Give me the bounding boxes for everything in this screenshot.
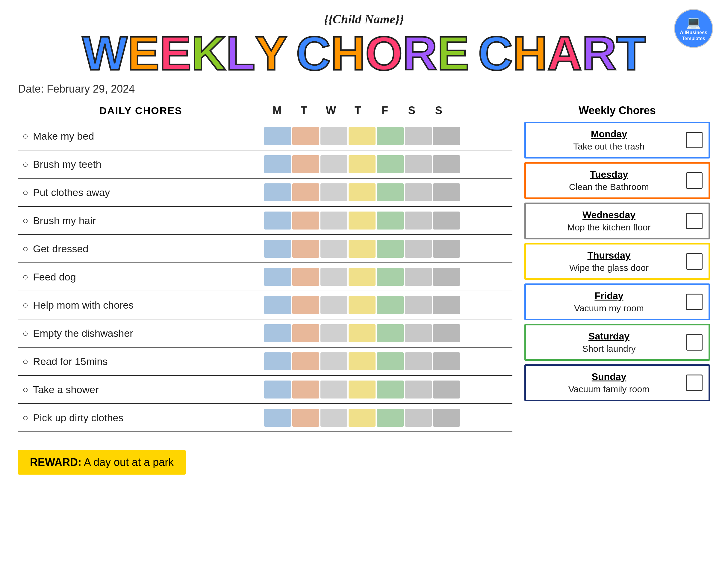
cell-saturday[interactable]: [405, 240, 432, 258]
title-letter-y: Y: [255, 29, 287, 77]
cell-friday[interactable]: [377, 324, 404, 342]
cell-thursday[interactable]: [349, 324, 376, 342]
cell-thursday[interactable]: [349, 240, 376, 258]
cell-friday[interactable]: [377, 409, 404, 427]
cell-saturday[interactable]: [405, 211, 432, 229]
cell-sunday[interactable]: [433, 296, 460, 314]
cell-tuesday[interactable]: [292, 296, 319, 314]
cell-thursday[interactable]: [349, 296, 376, 314]
cell-sunday[interactable]: [433, 409, 460, 427]
cell-monday[interactable]: [264, 211, 291, 229]
cell-monday[interactable]: [264, 268, 291, 286]
cell-thursday[interactable]: [349, 183, 376, 201]
cell-friday[interactable]: [377, 155, 404, 173]
cell-monday[interactable]: [264, 127, 291, 145]
cell-monday[interactable]: [264, 381, 291, 399]
cell-tuesday[interactable]: [292, 268, 319, 286]
cell-monday[interactable]: [264, 352, 291, 370]
chore-label: Take a shower: [33, 384, 264, 396]
cell-sunday[interactable]: [433, 211, 460, 229]
cell-sunday[interactable]: [433, 155, 460, 173]
cell-tuesday[interactable]: [292, 183, 319, 201]
cell-tuesday[interactable]: [292, 324, 319, 342]
weekly-chore-text: Friday Vacuum my room: [532, 291, 686, 314]
cell-wednesday[interactable]: [320, 127, 347, 145]
cell-wednesday[interactable]: [320, 183, 347, 201]
cell-friday[interactable]: [377, 240, 404, 258]
cell-sunday[interactable]: [433, 240, 460, 258]
cell-saturday[interactable]: [405, 409, 432, 427]
weekly-checkbox[interactable]: [686, 294, 703, 310]
cell-wednesday[interactable]: [320, 324, 347, 342]
cell-saturday[interactable]: [405, 296, 432, 314]
cell-thursday[interactable]: [349, 127, 376, 145]
weekly-chore-text: Monday Take out the trash: [532, 128, 686, 152]
cell-monday[interactable]: [264, 155, 291, 173]
cell-monday[interactable]: [264, 296, 291, 314]
weekly-checkbox[interactable]: [686, 213, 703, 229]
cell-saturday[interactable]: [405, 268, 432, 286]
cell-thursday[interactable]: [349, 381, 376, 399]
cell-monday[interactable]: [264, 240, 291, 258]
cell-saturday[interactable]: [405, 127, 432, 145]
title-letter-e2: E: [159, 29, 191, 77]
chore-row: ○ Make my bed: [18, 122, 512, 150]
main-layout: DAILY CHORES M T W T F S S ○ Make my bed: [18, 104, 710, 475]
weekly-checkbox[interactable]: [686, 253, 703, 270]
cell-sunday[interactable]: [433, 324, 460, 342]
chore-label: Read for 15mins: [33, 356, 264, 367]
cell-wednesday[interactable]: [320, 211, 347, 229]
cell-saturday[interactable]: [405, 324, 432, 342]
cell-thursday[interactable]: [349, 409, 376, 427]
cell-friday[interactable]: [377, 268, 404, 286]
cell-wednesday[interactable]: [320, 240, 347, 258]
weekly-chore-text: Sunday Vacuum family room: [532, 371, 686, 394]
cell-saturday[interactable]: [405, 183, 432, 201]
day-cells: [264, 324, 461, 343]
cell-monday[interactable]: [264, 324, 291, 342]
cell-tuesday[interactable]: [292, 240, 319, 258]
cell-wednesday[interactable]: [320, 409, 347, 427]
cell-wednesday[interactable]: [320, 381, 347, 399]
cell-monday[interactable]: [264, 183, 291, 201]
weekly-checkbox[interactable]: [686, 334, 703, 351]
cell-tuesday[interactable]: [292, 155, 319, 173]
cell-wednesday[interactable]: [320, 296, 347, 314]
cell-tuesday[interactable]: [292, 381, 319, 399]
cell-saturday[interactable]: [405, 381, 432, 399]
cell-friday[interactable]: [377, 183, 404, 201]
table-header: DAILY CHORES M T W T F S S: [18, 104, 512, 117]
weekly-checkbox[interactable]: [686, 132, 703, 148]
cell-tuesday[interactable]: [292, 409, 319, 427]
cell-thursday[interactable]: [349, 155, 376, 173]
cell-tuesday[interactable]: [292, 211, 319, 229]
cell-friday[interactable]: [377, 296, 404, 314]
cell-sunday[interactable]: [433, 381, 460, 399]
cell-saturday[interactable]: [405, 155, 432, 173]
weekly-checkbox[interactable]: [686, 172, 703, 189]
weekly-checkbox[interactable]: [686, 375, 703, 391]
cell-thursday[interactable]: [349, 352, 376, 370]
cell-friday[interactable]: [377, 211, 404, 229]
cell-thursday[interactable]: [349, 268, 376, 286]
left-section: DAILY CHORES M T W T F S S ○ Make my bed: [18, 104, 512, 475]
cell-sunday[interactable]: [433, 127, 460, 145]
cell-sunday[interactable]: [433, 268, 460, 286]
cell-wednesday[interactable]: [320, 155, 347, 173]
cell-tuesday[interactable]: [292, 352, 319, 370]
cell-sunday[interactable]: [433, 352, 460, 370]
cell-wednesday[interactable]: [320, 352, 347, 370]
cell-friday[interactable]: [377, 127, 404, 145]
cell-thursday[interactable]: [349, 211, 376, 229]
cell-wednesday[interactable]: [320, 268, 347, 286]
weekly-task-label: Vacuum my room: [574, 303, 644, 313]
cell-monday[interactable]: [264, 409, 291, 427]
day-cells: [264, 352, 461, 371]
day-cells: [264, 211, 461, 230]
chore-bullet: ○: [18, 300, 33, 311]
cell-tuesday[interactable]: [292, 127, 319, 145]
cell-sunday[interactable]: [433, 183, 460, 201]
cell-friday[interactable]: [377, 381, 404, 399]
cell-saturday[interactable]: [405, 352, 432, 370]
cell-friday[interactable]: [377, 352, 404, 370]
